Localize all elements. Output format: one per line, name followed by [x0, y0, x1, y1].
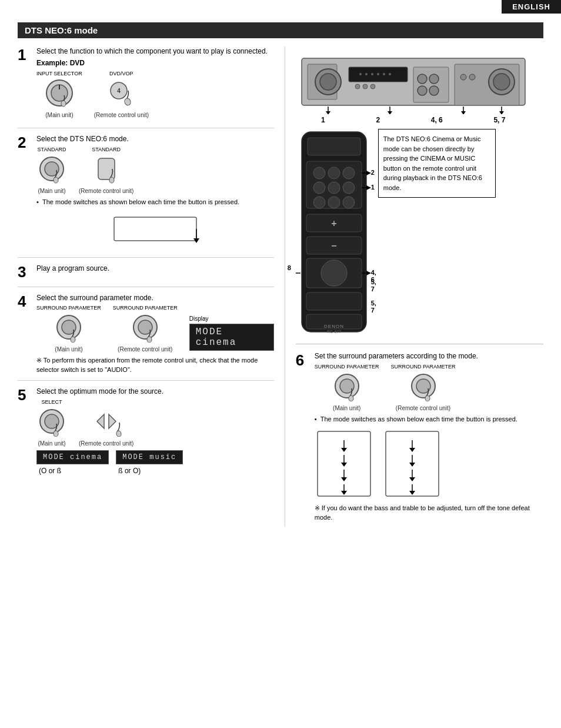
step-4-remote-unit: SURROUND PARAMETER (Remote control unit) [113, 305, 178, 353]
receiver-label-2: 2 [376, 116, 380, 124]
step-4-remote-label: (Remote control unit) [113, 346, 178, 353]
step-2: 2 Select the DTS NEO:6 mode. STANDARD [18, 134, 274, 258]
svg-rect-77 [306, 292, 362, 310]
receiver-label-1: 1 [321, 116, 325, 124]
step-4-main-label: (Main unit) [36, 346, 101, 353]
step-4-note: ※ To perform this operation from the rem… [36, 356, 274, 374]
svg-point-48 [469, 74, 475, 80]
standard-remote-label: STANDARD [79, 147, 133, 152]
svg-point-34 [371, 73, 373, 75]
svg-marker-102 [341, 491, 347, 495]
svg-marker-86 [366, 271, 371, 275]
svg-point-44 [418, 86, 427, 95]
step-1: 1 Select the function to which the compo… [18, 46, 274, 128]
svg-point-62 [313, 167, 325, 179]
step-6-arrows-left [315, 428, 373, 499]
svg-point-17 [71, 337, 75, 343]
svg-point-39 [363, 84, 368, 89]
step-1-main-unit: INPUT SELECTOR (Main unit) [36, 71, 82, 118]
standard-main-label: STANDARD [36, 147, 67, 152]
svg-marker-24 [97, 414, 104, 428]
svg-marker-82 [366, 171, 371, 175]
step-6-surround-remote-label: SURROUND PARAMETER [391, 364, 456, 370]
callout-box: The DTS NEO:6 Cinema or Music mode can b… [378, 129, 496, 198]
step-4: 4 Select the surround parameter mode. SU… [18, 293, 274, 381]
svg-point-66 [328, 182, 340, 194]
svg-point-36 [383, 73, 385, 75]
svg-marker-54 [388, 111, 392, 114]
svg-marker-100 [341, 477, 347, 481]
step-5-text: Select the optimum mode for the source. [36, 387, 274, 397]
mode-cinema-sub: (O or ß [36, 467, 109, 475]
step-5-arrow-buttons [89, 406, 124, 437]
mode-music-display: MODE music [116, 450, 183, 464]
step-4-number: 4 [18, 293, 36, 375]
remote-svg: + − DENON RC-977 [296, 129, 372, 335]
step-3-number: 3 [18, 264, 36, 281]
svg-point-65 [313, 182, 325, 194]
mode-cinema-display: MODE cinema [36, 450, 109, 464]
step-6-knob-main [332, 371, 362, 401]
select-label: SELECT [36, 399, 67, 405]
svg-point-90 [349, 395, 353, 401]
step-2-main-unit: STANDARD (Main unit) [36, 147, 67, 194]
step-6-main-label: (Main unit) [315, 405, 379, 411]
svg-point-32 [359, 73, 362, 75]
mode-display-boxes: MODE cinema (O or ß MODE music ß or O) [36, 450, 274, 475]
step-6-surround-main-label: SURROUND PARAMETER [315, 364, 379, 370]
svg-marker-52 [326, 111, 330, 114]
svg-point-40 [370, 84, 375, 89]
step-5-main-label: (Main unit) [36, 440, 67, 447]
step-6-remote-label: (Remote control unit) [391, 405, 456, 411]
step-1-main-label: (Main unit) [36, 112, 82, 118]
dvd-vop-button: 4 [106, 78, 136, 108]
svg-marker-58 [499, 111, 504, 114]
svg-rect-10 [98, 158, 115, 179]
remote-callout-area: + − DENON RC-977 [296, 129, 543, 337]
svg-point-70 [343, 197, 355, 208]
svg-marker-109 [409, 477, 415, 481]
step-6-knob-remote [408, 371, 439, 401]
svg-text:−: − [331, 241, 336, 251]
svg-point-9 [54, 177, 58, 183]
svg-marker-96 [341, 448, 347, 452]
svg-marker-111 [409, 491, 415, 495]
step-2-text: Select the DTS NEO:6 mode. [36, 134, 274, 144]
remote-label-1: 1 [371, 184, 375, 191]
remote-label-2: 2 [371, 169, 375, 176]
svg-point-47 [460, 74, 466, 80]
receiver-svg [296, 46, 531, 114]
remote-label-5-7-a: 5, 7 [371, 278, 376, 292]
svg-point-20 [147, 337, 152, 343]
step-6-bullet: The mode switches as shown below each ti… [315, 415, 543, 424]
svg-marker-84 [366, 185, 371, 190]
display-label: Display [189, 315, 274, 322]
remote-device: + − DENON RC-977 [296, 129, 372, 337]
svg-point-43 [429, 74, 439, 84]
step-6-note: ※ If you do want the bass and trable to … [315, 504, 543, 522]
standard-knob-main [36, 154, 67, 184]
step-6: 6 Set the surround parameters according … [296, 351, 543, 522]
svg-point-67 [343, 182, 355, 194]
remote-label-8: 8 [288, 264, 291, 271]
step-6-text: Set the surround parameters according to… [315, 351, 543, 361]
step-2-bullet: The mode switches as shown below each ti… [36, 198, 274, 207]
step-1-remote-unit: DVD/VOP 4 (Remote control unit) [94, 71, 149, 118]
step-6-arrows-right [383, 428, 442, 499]
svg-point-11 [109, 177, 114, 183]
svg-text:RC-977: RC-977 [327, 330, 341, 334]
svg-point-64 [343, 167, 355, 179]
svg-point-33 [365, 73, 368, 75]
svg-point-23 [54, 431, 58, 437]
svg-marker-25 [109, 414, 116, 428]
dvd-vop-label: DVD/VOP [94, 71, 149, 77]
divider [296, 344, 543, 344]
svg-point-68 [313, 197, 325, 208]
svg-text:DENON: DENON [324, 324, 344, 329]
step-1-text: Select the function to which the compone… [36, 46, 274, 56]
svg-rect-12 [114, 217, 196, 241]
step-5: 5 Select the optimum mode for the source… [18, 387, 274, 481]
svg-point-37 [389, 73, 391, 75]
svg-rect-41 [413, 67, 449, 102]
svg-point-45 [429, 86, 439, 95]
